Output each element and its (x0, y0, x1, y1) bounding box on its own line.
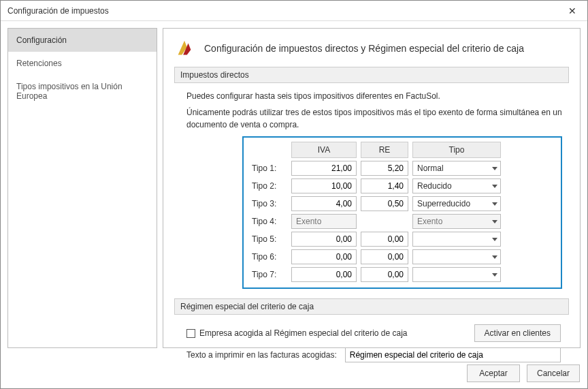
iva-input-4 (291, 214, 357, 229)
re-input-5[interactable] (361, 232, 408, 247)
tipo-select-3[interactable]: Superreducido (412, 196, 501, 211)
iva-input-2[interactable] (291, 178, 357, 193)
table-row: Tipo 6: (249, 249, 555, 264)
re-input-2[interactable] (361, 178, 408, 193)
row-label: Tipo 5: (249, 234, 287, 244)
chevron-down-icon (492, 273, 497, 277)
tipo-select-6[interactable] (412, 249, 501, 264)
tipo-select-2[interactable]: Reducido (412, 178, 501, 193)
table-row: Tipo 1: Normal (249, 161, 555, 176)
re-input-7[interactable] (361, 267, 408, 282)
re-input-6[interactable] (361, 249, 408, 264)
chevron-down-icon (492, 202, 497, 206)
intro-text-2: Únicamente podrás utilizar tres de estos… (174, 106, 569, 131)
tipo-select-1[interactable]: Normal (412, 161, 501, 176)
sidebar-item-configuracion[interactable]: Configuración (8, 29, 157, 52)
sidebar-item-retenciones[interactable]: Retenciones (8, 52, 157, 75)
chevron-down-icon (492, 185, 497, 188)
close-icon[interactable]: ✕ (557, 1, 587, 21)
titlebar: Configuración de impuestos ✕ (1, 1, 587, 21)
tipo-select-5[interactable] (412, 232, 501, 247)
cancel-button[interactable]: Cancelar (527, 364, 580, 382)
table-row: Tipo 2: Reducido (249, 178, 555, 193)
iva-input-6[interactable] (291, 249, 357, 264)
tax-table: IVA RE Tipo Tipo 1: Normal Tipo 2: Reduc… (242, 136, 562, 289)
row-label: Tipo 1: (249, 164, 287, 173)
col-header-iva: IVA (291, 142, 357, 158)
re-input-1[interactable] (361, 161, 408, 176)
row-label: Tipo 3: (249, 199, 287, 208)
accept-button[interactable]: Aceptar (467, 364, 520, 382)
col-header-tipo: Tipo (412, 142, 501, 158)
sidebar-item-tipos-ue[interactable]: Tipos impositivos en la Unión Europea (8, 75, 157, 108)
iva-input-1[interactable] (291, 161, 357, 176)
intro-text-1: Puedes configurar hasta seis tipos impos… (174, 90, 569, 102)
section-regimen-header: Régimen especial del criterio de caja (174, 298, 569, 315)
tipo-select-7[interactable] (412, 267, 501, 282)
table-row: Tipo 7: (249, 267, 555, 282)
main-panel: Configuración de impuestos directos y Ré… (163, 28, 581, 348)
regimen-checkbox-label: Empresa acogida al Régimen especial del … (199, 328, 408, 338)
iva-input-3[interactable] (291, 196, 357, 211)
texto-imprimir-input[interactable] (345, 347, 561, 362)
activar-clientes-button[interactable]: Activar en clientes (474, 324, 561, 342)
texto-imprimir-label: Texto a imprimir en las facturas acogida… (186, 350, 337, 360)
iva-input-5[interactable] (291, 232, 357, 247)
regimen-checkbox[interactable] (186, 329, 195, 338)
row-label: Tipo 6: (249, 252, 287, 262)
table-row: Tipo 3: Superreducido (249, 196, 555, 211)
row-label: Tipo 4: (249, 217, 287, 226)
agencia-logo-icon (174, 38, 195, 59)
chevron-down-icon (492, 220, 497, 223)
row-label: Tipo 2: (249, 181, 287, 191)
sidebar: Configuración Retenciones Tipos impositi… (7, 28, 157, 348)
col-header-re: RE (361, 142, 408, 158)
table-row: Tipo 4: Exento (249, 214, 555, 229)
window-title: Configuración de impuestos (7, 6, 109, 16)
table-row: Tipo 5: (249, 232, 555, 247)
chevron-down-icon (492, 255, 497, 259)
tipo-select-4: Exento (412, 214, 501, 229)
page-title: Configuración de impuestos directos y Ré… (204, 43, 524, 54)
chevron-down-icon (492, 238, 497, 241)
row-label: Tipo 7: (249, 270, 287, 279)
re-input-3[interactable] (361, 196, 408, 211)
iva-input-7[interactable] (291, 267, 357, 282)
chevron-down-icon (492, 167, 497, 170)
section-impuestos-header: Impuestos directos (174, 67, 569, 83)
